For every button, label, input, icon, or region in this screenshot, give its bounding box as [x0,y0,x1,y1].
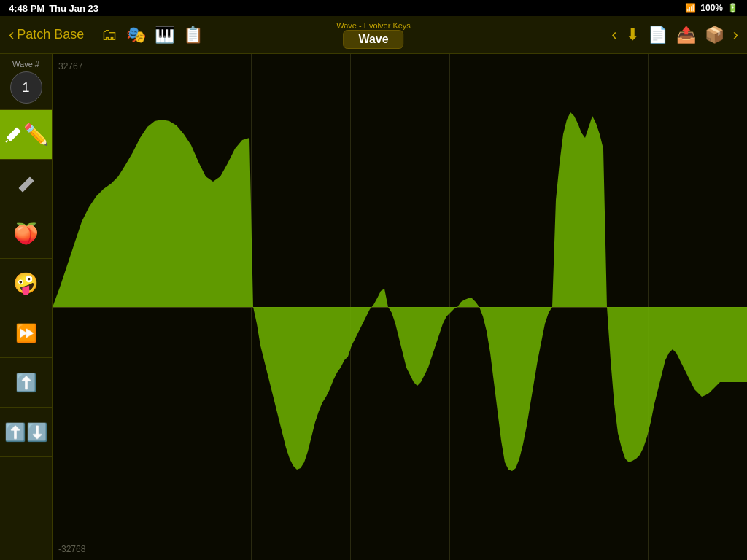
sidebar: Wave # 1 ✏️ 🍑 🤪 ⏩ ⬆️ ⬆️⬇️ [0,54,53,560]
keyboard-icon[interactable]: 🎹 [155,26,174,44]
back-button[interactable]: ‹ Patch Base [9,26,84,44]
battery-icon: 🔋 [727,3,738,13]
status-bar: 4:48 PM Thu Jan 23 📶 100% 🔋 [0,0,747,16]
next-icon[interactable]: › [733,26,738,44]
export-icon[interactable]: 📦 [705,26,724,44]
share-icon[interactable]: 📤 [676,26,696,44]
tool-emoji[interactable]: 🤪 [0,259,52,308]
svg-rect-0 [7,127,21,141]
status-bar-right: 📶 100% 🔋 [685,3,738,13]
document-icon[interactable]: 📋 [183,26,203,44]
wifi-icon: 📶 [685,3,696,13]
back-label: Patch Base [17,27,84,42]
tool-updown[interactable]: ⬆️⬇️ [0,408,52,457]
waveform-svg [53,54,747,560]
tool-upload[interactable]: ⬆️ [0,358,52,408]
nav-icons-right: ‹ ⬇ 📄 📤 📦 › [611,26,738,44]
tool-peach[interactable]: 🍑 [0,209,52,259]
tool-pencil[interactable]: ✏️ [0,110,52,160]
pencil-icon [3,125,23,145]
svg-marker-1 [5,139,9,143]
nav-center: Wave - Evolver Keys Wave [336,21,411,49]
updown-icon: ⬆️⬇️ [4,422,48,443]
svg-rect-2 [18,176,34,192]
nav-icons-left: 🗂 🎭 🎹 📋 [101,26,203,44]
status-time: 4:48 PM [9,3,44,14]
tool-fastforward[interactable]: ⏩ [0,308,52,358]
status-bar-left: 4:48 PM Thu Jan 23 [9,3,98,14]
wave-num-value[interactable]: 1 [10,71,42,104]
download-icon[interactable]: ⬇ [626,26,639,44]
back-chevron-icon: ‹ [9,26,14,44]
waveform-area[interactable]: 32767 -32768 [53,54,747,560]
face-icon[interactable]: 🎭 [126,26,146,44]
battery-label: 100% [700,3,723,13]
emoji-face: 🤪 [13,271,39,295]
peach-emoji: 🍑 [13,222,39,246]
wave-num-label: Wave # [12,60,39,69]
wave-num-section: Wave # 1 [0,54,52,110]
nav-title: Wave [343,30,403,49]
nav-left: ‹ Patch Base 🗂 🎭 🎹 📋 [9,26,203,44]
fastforward-icon: ⏩ [15,323,37,343]
status-date: Thu Jan 23 [49,3,98,14]
tool-ruler[interactable] [0,160,52,209]
library-icon[interactable]: 🗂 [101,26,117,44]
nav-bar: ‹ Patch Base 🗂 🎭 🎹 📋 Wave - Evolver Keys… [0,16,747,54]
new-doc-icon[interactable]: 📄 [648,26,667,44]
prev-icon[interactable]: ‹ [611,26,616,44]
nav-subtitle: Wave - Evolver Keys [336,21,411,30]
upload-icon: ⬆️ [15,373,37,393]
ruler-icon [16,174,36,195]
